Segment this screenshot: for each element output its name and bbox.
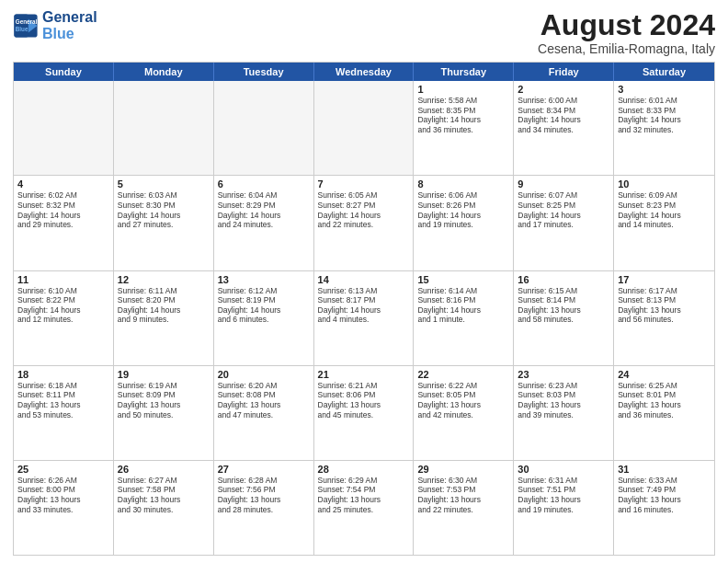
calendar: SundayMondayTuesdayWednesdayThursdayFrid… [13, 62, 715, 556]
calendar-cell: 16Sunrise: 6:15 AMSunset: 8:14 PMDayligh… [514, 271, 614, 365]
month-year: August 2024 [538, 9, 715, 41]
cell-text: Sunrise: 6:12 AMSunset: 8:19 PMDaylight:… [218, 286, 310, 326]
weekday-header: Monday [114, 63, 214, 81]
calendar-cell: 21Sunrise: 6:21 AMSunset: 8:06 PMDayligh… [314, 366, 415, 460]
day-number: 28 [318, 464, 410, 475]
day-number: 5 [118, 178, 210, 190]
logo-line2: Blue [42, 26, 97, 42]
calendar-cell: 4Sunrise: 6:02 AMSunset: 8:32 PMDaylight… [14, 176, 114, 270]
calendar-cell: 8Sunrise: 6:06 AMSunset: 8:26 PMDaylight… [414, 176, 514, 270]
page: General Blue General Blue August 2024 Ce… [0, 0, 728, 563]
calendar-cell: 24Sunrise: 6:25 AMSunset: 8:01 PMDayligh… [614, 366, 714, 460]
calendar-cell: 1Sunrise: 5:58 AMSunset: 8:35 PMDaylight… [414, 81, 514, 175]
day-number: 14 [318, 274, 410, 285]
calendar-cell: 26Sunrise: 6:27 AMSunset: 7:58 PMDayligh… [114, 461, 214, 555]
cell-text: Sunrise: 6:14 AMSunset: 8:16 PMDaylight:… [417, 286, 509, 326]
cell-text: Sunrise: 5:58 AMSunset: 8:35 PMDaylight:… [417, 96, 509, 135]
cell-text: Sunrise: 6:27 AMSunset: 7:58 PMDaylight:… [118, 476, 210, 515]
calendar-cell: 19Sunrise: 6:19 AMSunset: 8:09 PMDayligh… [114, 366, 214, 460]
day-number: 24 [618, 369, 711, 380]
cell-text: Sunrise: 6:13 AMSunset: 8:17 PMDaylight:… [318, 286, 410, 326]
calendar-cell [114, 81, 214, 175]
day-number: 29 [417, 464, 509, 475]
cell-text: Sunrise: 6:02 AMSunset: 8:32 PMDaylight:… [17, 190, 109, 230]
cell-text: Sunrise: 6:09 AMSunset: 8:23 PMDaylight:… [618, 190, 711, 230]
svg-text:Blue: Blue [16, 25, 28, 31]
cell-text: Sunrise: 6:25 AMSunset: 8:01 PMDaylight:… [618, 381, 711, 420]
day-number: 6 [218, 178, 310, 190]
calendar-cell: 18Sunrise: 6:18 AMSunset: 8:11 PMDayligh… [14, 366, 114, 460]
cell-text: Sunrise: 6:00 AMSunset: 8:34 PMDaylight:… [518, 96, 609, 135]
weekday-header: Thursday [414, 63, 514, 81]
calendar-cell: 12Sunrise: 6:11 AMSunset: 8:20 PMDayligh… [114, 271, 214, 365]
cell-text: Sunrise: 6:28 AMSunset: 7:56 PMDaylight:… [218, 476, 310, 515]
logo-icon: General Blue [13, 13, 39, 39]
weekday-header: Sunday [14, 63, 114, 81]
logo-text-block: General Blue [42, 9, 97, 41]
day-number: 7 [318, 178, 410, 190]
day-number: 9 [518, 178, 609, 190]
calendar-cell: 13Sunrise: 6:12 AMSunset: 8:19 PMDayligh… [214, 271, 314, 365]
day-number: 23 [518, 369, 609, 380]
day-number: 10 [618, 178, 711, 190]
cell-text: Sunrise: 6:20 AMSunset: 8:08 PMDaylight:… [218, 381, 310, 420]
day-number: 13 [218, 274, 310, 285]
cell-text: Sunrise: 6:01 AMSunset: 8:33 PMDaylight:… [618, 96, 711, 135]
calendar-header: SundayMondayTuesdayWednesdayThursdayFrid… [14, 63, 714, 81]
calendar-cell: 30Sunrise: 6:31 AMSunset: 7:51 PMDayligh… [514, 461, 614, 555]
day-number: 3 [618, 84, 711, 95]
calendar-cell: 20Sunrise: 6:20 AMSunset: 8:08 PMDayligh… [214, 366, 314, 460]
weekday-header: Saturday [614, 63, 714, 81]
calendar-cell: 31Sunrise: 6:33 AMSunset: 7:49 PMDayligh… [614, 461, 714, 555]
day-number: 18 [17, 369, 109, 380]
day-number: 15 [417, 274, 509, 285]
calendar-row: 1Sunrise: 5:58 AMSunset: 8:35 PMDaylight… [14, 81, 714, 176]
calendar-cell: 14Sunrise: 6:13 AMSunset: 8:17 PMDayligh… [314, 271, 415, 365]
calendar-cell: 2Sunrise: 6:00 AMSunset: 8:34 PMDaylight… [514, 81, 614, 175]
cell-text: Sunrise: 6:17 AMSunset: 8:13 PMDaylight:… [618, 286, 711, 326]
day-number: 21 [318, 369, 410, 380]
cell-text: Sunrise: 6:22 AMSunset: 8:05 PMDaylight:… [417, 381, 509, 420]
cell-text: Sunrise: 6:11 AMSunset: 8:20 PMDaylight:… [118, 286, 210, 326]
calendar-cell: 25Sunrise: 6:26 AMSunset: 8:00 PMDayligh… [14, 461, 114, 555]
calendar-row: 4Sunrise: 6:02 AMSunset: 8:32 PMDaylight… [14, 176, 714, 270]
calendar-cell: 17Sunrise: 6:17 AMSunset: 8:13 PMDayligh… [614, 271, 714, 365]
weekday-header: Wednesday [314, 63, 415, 81]
day-number: 22 [417, 369, 509, 380]
cell-text: Sunrise: 6:29 AMSunset: 7:54 PMDaylight:… [318, 476, 410, 515]
cell-text: Sunrise: 6:06 AMSunset: 8:26 PMDaylight:… [417, 190, 509, 230]
cell-text: Sunrise: 6:19 AMSunset: 8:09 PMDaylight:… [118, 381, 210, 420]
cell-text: Sunrise: 6:30 AMSunset: 7:53 PMDaylight:… [417, 476, 509, 515]
cell-text: Sunrise: 6:15 AMSunset: 8:14 PMDaylight:… [518, 286, 609, 326]
calendar-row: 25Sunrise: 6:26 AMSunset: 8:00 PMDayligh… [14, 461, 714, 555]
day-number: 30 [518, 464, 609, 475]
cell-text: Sunrise: 6:23 AMSunset: 8:03 PMDaylight:… [518, 381, 609, 420]
calendar-cell: 3Sunrise: 6:01 AMSunset: 8:33 PMDaylight… [614, 81, 714, 175]
calendar-cell: 9Sunrise: 6:07 AMSunset: 8:25 PMDaylight… [514, 176, 614, 270]
calendar-cell [314, 81, 415, 175]
calendar-cell: 5Sunrise: 6:03 AMSunset: 8:30 PMDaylight… [114, 176, 214, 270]
day-number: 11 [17, 274, 109, 285]
weekday-header: Friday [514, 63, 614, 81]
day-number: 31 [618, 464, 711, 475]
calendar-cell: 6Sunrise: 6:04 AMSunset: 8:29 PMDaylight… [214, 176, 314, 270]
cell-text: Sunrise: 6:21 AMSunset: 8:06 PMDaylight:… [318, 381, 410, 420]
logo: General Blue General Blue [13, 9, 97, 41]
cell-text: Sunrise: 6:18 AMSunset: 8:11 PMDaylight:… [17, 381, 109, 420]
cell-text: Sunrise: 6:03 AMSunset: 8:30 PMDaylight:… [118, 190, 210, 230]
calendar-cell [14, 81, 114, 175]
calendar-row: 18Sunrise: 6:18 AMSunset: 8:11 PMDayligh… [14, 366, 714, 461]
calendar-cell: 23Sunrise: 6:23 AMSunset: 8:03 PMDayligh… [514, 366, 614, 460]
calendar-cell: 7Sunrise: 6:05 AMSunset: 8:27 PMDaylight… [314, 176, 415, 270]
cell-text: Sunrise: 6:26 AMSunset: 8:00 PMDaylight:… [17, 476, 109, 515]
calendar-cell: 29Sunrise: 6:30 AMSunset: 7:53 PMDayligh… [414, 461, 514, 555]
cell-text: Sunrise: 6:04 AMSunset: 8:29 PMDaylight:… [218, 190, 310, 230]
day-number: 19 [118, 369, 210, 380]
calendar-cell: 27Sunrise: 6:28 AMSunset: 7:56 PMDayligh… [214, 461, 314, 555]
calendar-cell: 22Sunrise: 6:22 AMSunset: 8:05 PMDayligh… [414, 366, 514, 460]
cell-text: Sunrise: 6:05 AMSunset: 8:27 PMDaylight:… [318, 190, 410, 230]
header: General Blue General Blue August 2024 Ce… [13, 9, 715, 56]
weekday-header: Tuesday [214, 63, 314, 81]
location: Cesena, Emilia-Romagna, Italy [538, 41, 715, 56]
cell-text: Sunrise: 6:07 AMSunset: 8:25 PMDaylight:… [518, 190, 609, 230]
